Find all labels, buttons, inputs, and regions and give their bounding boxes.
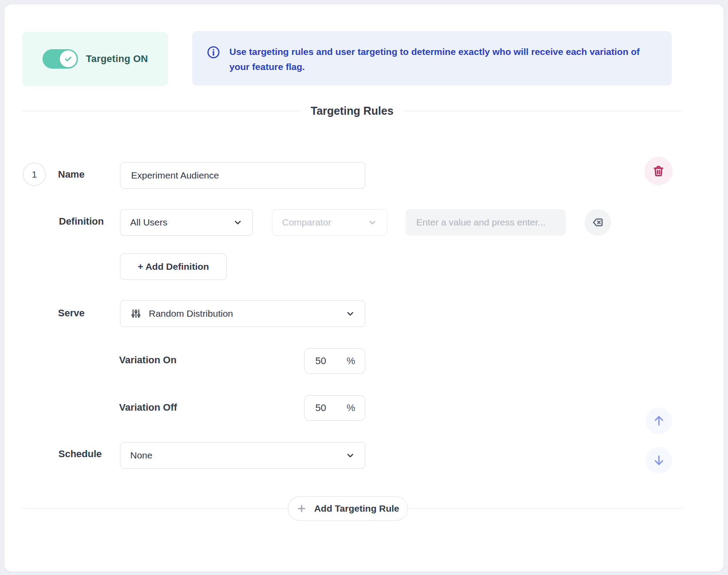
info-banner: Use targeting rules and user targeting t…	[192, 31, 672, 85]
divider-line	[22, 111, 301, 111]
name-label: Name	[58, 169, 85, 180]
arrow-up-icon	[652, 414, 666, 427]
arrow-down-icon	[652, 454, 666, 467]
schedule-label: Schedule	[58, 448, 102, 460]
check-icon	[64, 54, 73, 63]
comparator-placeholder: Comparator	[282, 217, 368, 228]
targeting-toggle-box: Targeting ON	[22, 32, 168, 86]
chevron-down-icon	[368, 218, 377, 227]
variation-on-percentage: %	[304, 348, 365, 374]
info-icon	[206, 45, 221, 59]
variation-off-input[interactable]	[315, 402, 337, 414]
variation-off-percentage: %	[304, 395, 365, 421]
chevron-down-icon	[233, 218, 243, 227]
variation-on-label: Variation On	[119, 354, 177, 366]
backspace-icon	[592, 216, 604, 229]
serve-value: Random Distribution	[149, 308, 338, 319]
schedule-select[interactable]: None	[120, 442, 365, 469]
add-definition-button[interactable]: + Add Definition	[120, 253, 227, 280]
variation-off-label: Variation Off	[119, 402, 177, 413]
move-rule-down-button[interactable]	[646, 447, 672, 474]
targeting-toggle-label: Targeting ON	[86, 53, 148, 65]
schedule-value: None	[130, 450, 345, 461]
add-targeting-rule-label: Add Targeting Rule	[314, 503, 399, 514]
chevron-down-icon	[345, 451, 355, 460]
serve-label: Serve	[58, 307, 85, 319]
definition-audience-value: All Users	[130, 217, 233, 228]
comparator-select[interactable]: Comparator	[272, 209, 387, 236]
info-banner-text: Use targeting rules and user targeting t…	[229, 44, 654, 74]
sliders-icon	[130, 308, 142, 319]
rule-number-badge: 1	[23, 163, 46, 186]
definition-audience-select[interactable]: All Users	[120, 209, 253, 236]
definition-value-input[interactable]	[406, 209, 565, 236]
delete-rule-button[interactable]	[644, 157, 673, 185]
divider-line	[403, 111, 682, 111]
serve-select[interactable]: Random Distribution	[120, 300, 365, 327]
targeting-toggle[interactable]	[43, 49, 78, 69]
plus-icon	[296, 503, 307, 514]
section-title: Targeting Rules	[310, 105, 393, 117]
percent-sign: %	[346, 355, 355, 367]
rule-name-input[interactable]	[120, 162, 365, 189]
section-title-row: Targeting Rules	[22, 105, 682, 117]
chevron-down-icon	[345, 309, 355, 319]
targeting-panel: Targeting ON Use targeting rules and use…	[4, 4, 724, 571]
clear-definition-button[interactable]	[585, 209, 611, 236]
toggle-knob	[60, 51, 77, 67]
add-targeting-rule-button[interactable]: Add Targeting Rule	[288, 496, 408, 521]
variation-on-input[interactable]	[315, 355, 337, 367]
move-rule-up-button[interactable]	[646, 408, 672, 434]
percent-sign: %	[346, 402, 355, 414]
trash-icon	[652, 164, 665, 178]
definition-label: Definition	[59, 216, 104, 227]
